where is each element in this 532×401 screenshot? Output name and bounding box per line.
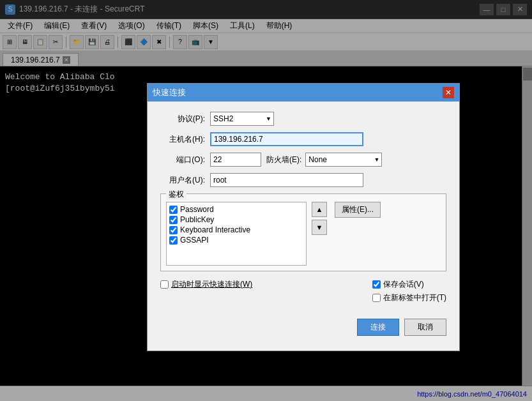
auth-inner: Password PublicKey Keyboard Interactive [166,202,441,266]
startup-label-text: 启动时显示快速连接(W) [171,280,252,289]
auth-checkbox-password[interactable] [169,206,178,214]
auth-label-keyboard: Keyboard Interactive [180,225,250,234]
startup-check-row: 启动时显示快速连接(W) [160,279,252,290]
quick-connect-dialog: 快速连接 ✕ 协议(P): SSH2 主机名(H): 端口(O): [147,83,460,351]
auth-label-gssapi: GSSAPI [180,236,209,245]
auth-section: 鉴权 Password PublicKey Keyboa [160,193,446,271]
auth-label-publickey: PublicKey [180,215,214,224]
auth-label-password: Password [180,205,214,214]
protocol-row: 协议(P): SSH2 [160,112,446,126]
dialog-footer: 连接 取消 [160,314,446,336]
auth-item-gssapi: GSSAPI [169,236,303,245]
auth-down-button[interactable]: ▼ [312,220,327,235]
dialog-close-button[interactable]: ✕ [443,87,454,98]
port-firewall-row: 端口(O): 防火墙(E): None [160,153,446,167]
hostname-label: 主机名(H): [160,134,205,145]
save-session-label: 保存会话(V) [383,279,424,290]
firewall-select-wrapper: None [305,153,382,167]
hostname-input[interactable] [210,132,363,146]
dialog-title: 快速连接 [153,87,186,98]
protocol-select[interactable]: SSH2 [210,112,274,126]
modal-overlay: 快速连接 ✕ 协议(P): SSH2 主机名(H): 端口(O): [0,0,532,401]
protocol-label: 协议(P): [160,114,205,125]
protocol-select-wrapper: SSH2 [210,112,274,126]
firewall-label: 防火墙(E): [266,155,301,165]
bottom-right-options: 保存会话(V) 在新标签中打开(T) [372,279,446,303]
firewall-row: 防火墙(E): None [266,153,382,167]
new-tab-row: 在新标签中打开(T) [372,292,446,303]
new-tab-label: 在新标签中打开(T) [383,292,446,303]
auth-checkbox-publickey[interactable] [169,216,178,224]
port-label: 端口(O): [160,155,205,165]
auth-list: Password PublicKey Keyboard Interactive [166,202,307,266]
dialog-title-bar: 快速连接 ✕ [148,84,459,102]
auth-item-keyboard: Keyboard Interactive [169,225,303,234]
username-row: 用户名(U): [160,173,446,187]
new-tab-checkbox[interactable] [372,294,381,302]
auth-legend: 鉴权 [166,189,186,200]
username-label: 用户名(U): [160,175,205,186]
firewall-select[interactable]: None [305,153,382,167]
cancel-button[interactable]: 取消 [404,319,446,336]
username-input[interactable] [210,173,363,187]
auth-item-publickey: PublicKey [169,215,303,224]
startup-label: 启动时显示快速连接(W) [171,279,252,290]
dialog-body: 协议(P): SSH2 主机名(H): 端口(O): 防火墙(E): [148,102,459,346]
startup-checkbox[interactable] [160,280,169,289]
auth-properties-button[interactable]: 属性(E)... [335,202,381,218]
auth-checkbox-keyboard[interactable] [169,226,178,234]
auth-item-password: Password [169,205,303,214]
connect-button[interactable]: 连接 [357,319,399,336]
save-session-row: 保存会话(V) [372,279,446,290]
save-session-checkbox[interactable] [372,280,381,289]
auth-props-area: 属性(E)... [335,202,381,266]
port-input[interactable] [210,153,261,167]
auth-buttons: ▲ ▼ [312,202,327,266]
bottom-options: 启动时显示快速连接(W) 保存会话(V) 在新标签中打开(T) [160,279,446,303]
hostname-row: 主机名(H): [160,132,446,146]
auth-up-button[interactable]: ▲ [312,202,327,217]
auth-checkbox-gssapi[interactable] [169,236,178,245]
